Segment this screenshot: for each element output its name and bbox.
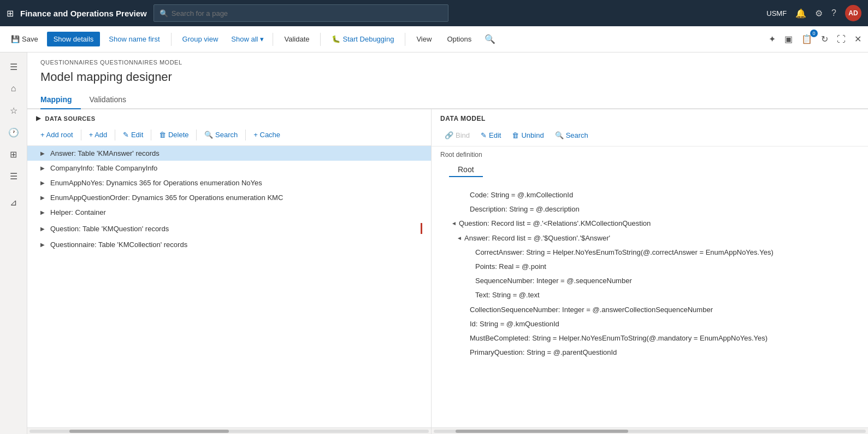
model-item-11: PrimaryQuestion: String = @.parentQuesti…	[440, 345, 859, 360]
toolbar-separator-1	[171, 33, 172, 46]
expand-icon-6[interactable]: ▶	[40, 242, 47, 248]
bind-button[interactable]: 🔗 Bind	[440, 129, 474, 142]
validate-button[interactable]: Validate	[277, 32, 316, 46]
unbind-icon: 🗑	[512, 131, 519, 139]
filter-icon[interactable]: ⊿	[4, 192, 23, 212]
avatar[interactable]: AD	[845, 5, 861, 21]
options-button[interactable]: Options	[440, 32, 478, 46]
home-icon[interactable]: ⌂	[4, 79, 23, 98]
dm-search-button[interactable]: 🔍 Search	[551, 129, 593, 142]
group-view-button[interactable]: Group view	[176, 32, 225, 46]
list-icon[interactable]: ☰	[4, 166, 23, 186]
tab-bar: Mapping Validations	[27, 91, 868, 109]
main-layout: ☰ ⌂ ☆ 🕐 ⊞ ☰ ⊿ QUESTIONNAIRES QUESTIONNAI…	[0, 52, 868, 434]
fullscreen-icon[interactable]: ⛶	[835, 32, 848, 46]
model-item-0: Code: String = @.kmCollectionId	[440, 188, 859, 202]
model-text-0: Code: String = @.kmCollectionId	[470, 190, 859, 200]
expand-icon-m2[interactable]: ◄	[451, 220, 459, 227]
close-icon[interactable]: ✕	[852, 32, 864, 46]
item-text-3: EnumAppQuestionOrder: Dynamics 365 for O…	[50, 193, 422, 202]
cache-button[interactable]: + Cache	[249, 128, 285, 141]
model-text-5: Points: Real = @.point	[475, 262, 859, 272]
add-label: + Add	[89, 131, 108, 139]
add-button[interactable]: + Add	[85, 128, 112, 141]
tree-item-5[interactable]: ▶ Question: Table 'KMQuestion' records	[27, 220, 431, 237]
right-panel-scrollbar[interactable]	[432, 427, 868, 434]
model-item-3: ◄ Answer: Record list = @.'$Question'.'$…	[440, 231, 859, 245]
toolbar-separator-2	[273, 33, 273, 46]
right-scrollbar-track	[434, 430, 866, 433]
root-definition-label: Root definition	[432, 146, 868, 161]
expand-icon-m3[interactable]: ◄	[457, 234, 464, 242]
toolbar-separator-4	[405, 33, 405, 46]
left-panel-scrollbar[interactable]	[27, 427, 431, 434]
workspace-icon[interactable]: ⊞	[4, 144, 23, 164]
search-bar[interactable]: 🔍	[153, 4, 448, 22]
tree-item-2[interactable]: ▶ EnumAppNoYes: Dynamics 365 for Operati…	[27, 175, 431, 190]
page-title: Model mapping designer	[27, 68, 868, 91]
edit-button[interactable]: ✎ Edit	[119, 128, 147, 141]
refresh-icon[interactable]: ↻	[819, 32, 830, 46]
model-text-8: CollectionSequenceNumber: Integer = @.an…	[470, 305, 859, 315]
delete-button[interactable]: 🗑 Delete	[155, 128, 193, 141]
search-button[interactable]: 🔍 Search	[200, 128, 242, 141]
model-item-8: CollectionSequenceNumber: Integer = @.an…	[440, 303, 859, 317]
expand-icon-3[interactable]: ▶	[40, 195, 47, 201]
grid-apps-icon[interactable]: ⊞	[7, 8, 14, 19]
tab-mapping[interactable]: Mapping	[40, 91, 81, 109]
panels-container: ▶ DATA SOURCES + Add root + Add ✎ Edit	[27, 109, 868, 434]
show-details-label: Show details	[54, 35, 94, 43]
expand-collapse-icon[interactable]: ▶	[36, 115, 41, 122]
expand-icon-1[interactable]: ▶	[40, 165, 47, 171]
start-debugging-button[interactable]: 🐛 Start Debugging	[325, 32, 400, 46]
show-all-label: Show all	[231, 35, 258, 43]
tab-validations[interactable]: Validations	[90, 91, 135, 109]
open-in-new-icon[interactable]: ▣	[782, 32, 795, 46]
model-text-9: Id: String = @.kmQuestionId	[470, 319, 859, 329]
data-model-toolbar: 🔗 Bind ✎ Edit 🗑 Unbind 🔍 Search	[432, 127, 868, 146]
group-view-label: Group view	[182, 35, 219, 43]
model-item-6: SequenceNumber: Integer = @.sequenceNumb…	[440, 274, 859, 288]
dropdown-arrow-icon: ▾	[260, 35, 264, 43]
expand-icon-0[interactable]: ▶	[40, 150, 47, 156]
customize-icon[interactable]: ✦	[766, 32, 778, 46]
top-right-icons: USMF 🔔 ⚙ ? AD	[766, 5, 861, 21]
expand-icon-2[interactable]: ▶	[40, 180, 47, 186]
bind-label: Bind	[456, 131, 470, 139]
recent-icon[interactable]: 🕐	[4, 122, 23, 142]
item-text-6: Questionnaire: Table 'KMCollection' reco…	[50, 241, 422, 249]
help-icon[interactable]: ?	[831, 8, 836, 18]
notification-icon[interactable]: 🔔	[795, 8, 806, 19]
show-all-dropdown[interactable]: Show all ▾	[227, 32, 268, 46]
add-root-button[interactable]: + Add root	[36, 128, 78, 141]
tree-item-4[interactable]: ▶ Helper: Container	[27, 205, 431, 220]
notifications-badge-icon[interactable]: 📋 0	[799, 32, 814, 46]
expand-icon-4[interactable]: ▶	[40, 209, 47, 215]
unbind-label: Unbind	[521, 131, 544, 139]
toolbar-search-icon[interactable]: 🔍	[480, 32, 500, 46]
search-label: 🔍 Search	[204, 131, 238, 139]
view-button[interactable]: View	[410, 32, 438, 46]
dm-edit-button[interactable]: ✎ Edit	[476, 129, 505, 142]
dm-edit-label: Edit	[489, 131, 501, 139]
model-root-label[interactable]: Root	[449, 163, 483, 177]
save-icon: 💾	[11, 35, 20, 43]
tree-item-6[interactable]: ▶ Questionnaire: Table 'KMCollection' re…	[27, 237, 431, 252]
settings-icon[interactable]: ⚙	[815, 8, 823, 19]
show-name-first-button[interactable]: Show name first	[102, 32, 166, 46]
data-sources-header: ▶ DATA SOURCES	[27, 109, 431, 126]
cache-label: + Cache	[253, 131, 280, 139]
expand-icon-5[interactable]: ▶	[40, 226, 47, 232]
search-input[interactable]	[172, 9, 442, 17]
model-text-10: MustBeCompleted: String = Helper.NoYesEn…	[470, 333, 859, 343]
scrollbar-thumb	[69, 430, 229, 433]
hamburger-menu-icon[interactable]: ☰	[4, 57, 23, 77]
edit-label: ✎ Edit	[123, 131, 143, 139]
unbind-button[interactable]: 🗑 Unbind	[507, 129, 548, 142]
star-icon[interactable]: ☆	[4, 101, 23, 120]
save-button[interactable]: 💾 Save	[4, 32, 45, 46]
tree-item-3[interactable]: ▶ EnumAppQuestionOrder: Dynamics 365 for…	[27, 190, 431, 205]
tree-item-0[interactable]: ▶ Answer: Table 'KMAnswer' records	[27, 146, 431, 161]
show-details-button[interactable]: Show details	[47, 32, 101, 46]
tree-item-1[interactable]: ▶ CompanyInfo: Table CompanyInfo	[27, 161, 431, 175]
